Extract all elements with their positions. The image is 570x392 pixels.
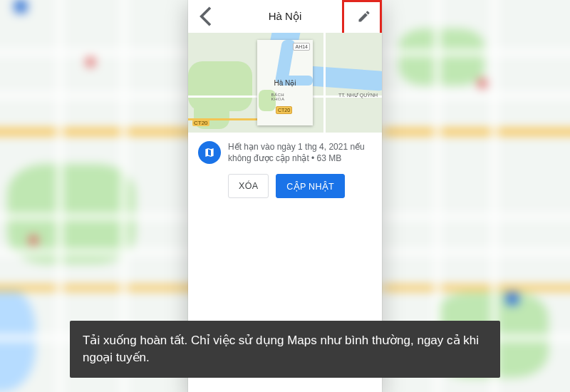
thumbnail-city-label: Hà Nội <box>274 79 296 87</box>
thumbnail-district-label: BÁCH KHOA <box>271 93 299 101</box>
back-button[interactable] <box>191 0 222 33</box>
expiry-text: Hết hạn vào ngày 1 thg 4, 2021 nếu không… <box>228 141 372 164</box>
map-preview-area: CT20 TT. NHƯ QUỲNH AH14 CT20 Hà Nội BÁCH… <box>188 33 382 133</box>
road-label-ct20: CT20 <box>276 106 292 114</box>
button-row: XÓA CẬP NHẬT <box>188 174 382 198</box>
map-icon <box>198 141 221 164</box>
title-bar: Hà Nội <box>188 0 382 33</box>
chevron-left-icon <box>191 1 222 32</box>
screenshot: Hà Nội CT20 TT. NHƯ QUỲNH AH14 CT20 Hà <box>0 0 570 392</box>
caption-toast: Tải xuống hoàn tất. Chỉ việc sử dụng Map… <box>70 321 500 378</box>
map-label-side: TT. NHƯ QUỲNH <box>338 93 378 98</box>
info-row: Hết hạn vào ngày 1 thg 4, 2021 nếu không… <box>188 133 382 172</box>
map-label-side-left: CT20 <box>192 120 209 126</box>
map-thumbnail[interactable]: AH14 CT20 Hà Nội BÁCH KHOA <box>257 40 313 125</box>
delete-button[interactable]: XÓA <box>228 174 269 198</box>
page-title: Hà Nội <box>269 10 302 23</box>
pencil-icon <box>357 9 371 24</box>
road-label-ah14: AH14 <box>293 43 310 51</box>
update-button[interactable]: CẬP NHẬT <box>276 174 345 198</box>
edit-button[interactable] <box>351 3 378 30</box>
